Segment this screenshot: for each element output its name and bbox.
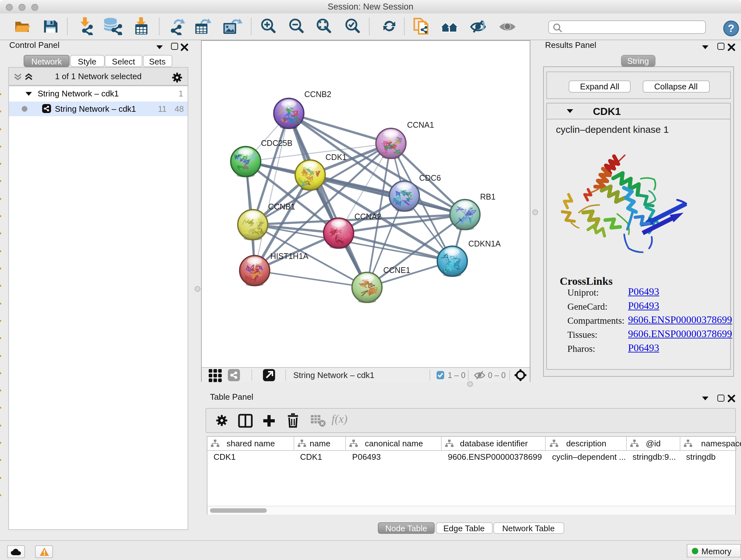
svg-text:CCNA2: CCNA2 — [354, 212, 381, 221]
svg-text:?: ? — [728, 22, 735, 34]
svg-text:HIST1H1A: HIST1H1A — [270, 252, 308, 260]
svg-text:CDKN1A: CDKN1A — [468, 239, 500, 248]
svg-text:CDK1: CDK1 — [325, 152, 347, 162]
svg-text:CDC6: CDC6 — [419, 173, 441, 182]
svg-text:CCNB2: CCNB2 — [304, 90, 331, 99]
svg-text:CDC25B: CDC25B — [261, 138, 292, 147]
svg-text:CCNA1: CCNA1 — [407, 120, 434, 129]
svg-text:RB1: RB1 — [480, 192, 495, 201]
svg-text:CCNB1: CCNB1 — [268, 202, 295, 211]
svg-text:CCNE1: CCNE1 — [383, 266, 410, 274]
